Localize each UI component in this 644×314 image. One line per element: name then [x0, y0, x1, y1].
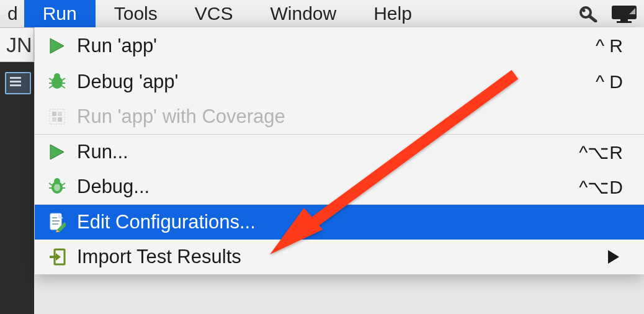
- menu-item-help[interactable]: Help: [355, 0, 431, 27]
- play-icon: [42, 143, 72, 161]
- menu-item-label: Run...: [77, 141, 579, 163]
- svg-line-10: [49, 78, 53, 81]
- menu-item-shortcut: ^⌥R: [579, 141, 623, 163]
- menu-item-shortcut: ^⌥D: [579, 176, 623, 198]
- menu-item-partial[interactable]: d: [5, 0, 24, 27]
- menu-item-import-test-results[interactable]: Import Test Results: [35, 240, 644, 274]
- list-icon: [10, 77, 21, 79]
- menu-item-label: d: [7, 3, 18, 24]
- menu-item-shortcut: ^ D: [596, 71, 623, 92]
- menu-item-label: Import Test Results: [77, 246, 608, 268]
- menu-item-run-choose[interactable]: Run... ^⌥R: [35, 134, 644, 169]
- bug-icon: [42, 73, 72, 91]
- submenu-chevron-icon: [608, 250, 619, 264]
- run-menu-dropdown: Run 'app' ^ R Debug 'app' ^ D Run 'app' …: [35, 27, 644, 274]
- svg-line-14: [49, 86, 53, 88]
- menu-item-label: VCS: [195, 3, 233, 24]
- svg-rect-20: [58, 117, 62, 122]
- menu-item-label: Window: [270, 3, 336, 24]
- tool-window-button[interactable]: [5, 72, 31, 94]
- svg-rect-16: [50, 109, 65, 124]
- menu-item-tools[interactable]: Tools: [96, 0, 176, 27]
- menu-bar: d Run Tools VCS Window Help: [0, 0, 644, 28]
- svg-line-1: [589, 16, 596, 21]
- menu-item-label: Help: [373, 3, 412, 24]
- menu-item-label: Tools: [114, 3, 158, 24]
- tool-window-bar: [0, 62, 34, 314]
- svg-rect-4: [620, 19, 628, 21]
- menu-item-label: Debug...: [77, 176, 579, 198]
- edit-config-icon: [42, 212, 72, 232]
- svg-point-23: [54, 184, 60, 191]
- menu-item-debug-app[interactable]: Debug 'app' ^ D: [35, 65, 644, 99]
- menu-item-vcs[interactable]: VCS: [176, 0, 252, 27]
- menu-item-label: Run: [43, 3, 77, 24]
- svg-point-9: [54, 73, 60, 79]
- editor-tab-peek: JN: [0, 27, 34, 62]
- coverage-icon: [42, 108, 72, 125]
- menu-item-run-app[interactable]: Run 'app' ^ R: [35, 27, 644, 65]
- svg-point-24: [54, 178, 60, 184]
- svg-rect-32: [52, 220, 60, 222]
- screen-share-icon[interactable]: [604, 4, 644, 23]
- menu-item-window[interactable]: Window: [251, 0, 355, 27]
- menu-item-run-coverage: Run 'app' with Coverage: [35, 99, 644, 134]
- menu-item-edit-configurations[interactable]: Edit Configurations...: [35, 204, 644, 240]
- bug-green-icon: [42, 178, 72, 195]
- editor-tab-text: JN: [6, 33, 32, 57]
- menu-item-label: Run 'app': [77, 35, 596, 57]
- svg-line-26: [61, 183, 65, 186]
- svg-rect-19: [52, 117, 56, 122]
- spotlight-icon[interactable]: [573, 5, 604, 22]
- menu-item-label: Edit Configurations...: [77, 211, 644, 233]
- import-icon: [42, 248, 72, 266]
- menu-item-run[interactable]: Run: [24, 0, 96, 27]
- svg-line-15: [61, 86, 65, 88]
- svg-rect-5: [617, 21, 632, 23]
- menu-item-debug-choose[interactable]: Debug... ^⌥D: [35, 169, 644, 204]
- svg-line-11: [61, 78, 65, 81]
- menu-item-label: Debug 'app': [77, 71, 596, 93]
- svg-rect-18: [58, 112, 62, 116]
- play-icon: [42, 37, 72, 55]
- svg-marker-7: [50, 38, 64, 53]
- menu-item-shortcut: ^ R: [596, 35, 623, 56]
- svg-line-25: [49, 183, 53, 186]
- svg-point-2: [583, 9, 586, 12]
- svg-rect-33: [52, 223, 58, 225]
- svg-marker-21: [50, 145, 64, 159]
- svg-rect-31: [52, 217, 57, 218]
- menu-item-label: Run 'app' with Coverage: [77, 105, 644, 128]
- svg-rect-17: [52, 112, 56, 116]
